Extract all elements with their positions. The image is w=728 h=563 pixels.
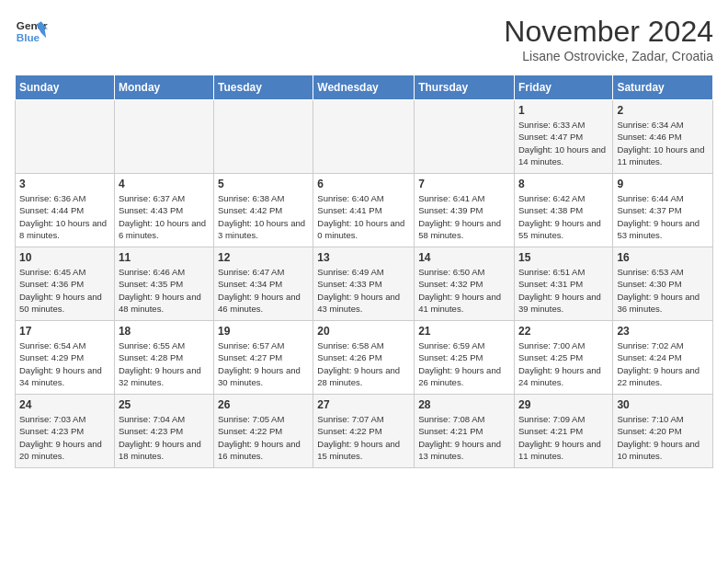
- day-info: Sunrise: 6:37 AM Sunset: 4:43 PM Dayligh…: [119, 192, 210, 241]
- weekday-header-sunday: Sunday: [16, 75, 115, 100]
- day-info: Sunrise: 6:47 AM Sunset: 4:34 PM Dayligh…: [218, 266, 309, 315]
- day-number: 3: [19, 178, 110, 190]
- day-number: 22: [518, 325, 609, 338]
- day-info: Sunrise: 7:04 AM Sunset: 4:23 PM Dayligh…: [119, 413, 210, 462]
- calendar-week-row: 24Sunrise: 7:03 AM Sunset: 4:23 PM Dayli…: [16, 395, 713, 468]
- day-number: 11: [119, 251, 210, 264]
- weekday-header-monday: Monday: [114, 75, 213, 100]
- calendar-cell: 8Sunrise: 6:42 AM Sunset: 4:38 PM Daylig…: [514, 174, 612, 247]
- day-info: Sunrise: 7:00 AM Sunset: 4:25 PM Dayligh…: [518, 339, 609, 388]
- calendar-cell: 9Sunrise: 6:44 AM Sunset: 4:37 PM Daylig…: [613, 174, 713, 247]
- weekday-header-saturday: Saturday: [613, 75, 713, 100]
- calendar-cell: 16Sunrise: 6:53 AM Sunset: 4:30 PM Dayli…: [613, 247, 713, 321]
- day-number: 24: [19, 398, 110, 411]
- calendar-cell: 12Sunrise: 6:47 AM Sunset: 4:34 PM Dayli…: [214, 247, 313, 321]
- day-info: Sunrise: 6:50 AM Sunset: 4:32 PM Dayligh…: [418, 266, 510, 315]
- day-number: 17: [19, 325, 110, 338]
- day-number: 26: [218, 398, 309, 411]
- day-number: 18: [119, 325, 210, 338]
- day-info: Sunrise: 6:36 AM Sunset: 4:44 PM Dayligh…: [19, 192, 110, 241]
- day-info: Sunrise: 7:05 AM Sunset: 4:22 PM Dayligh…: [218, 413, 309, 462]
- calendar-cell: 5Sunrise: 6:38 AM Sunset: 4:42 PM Daylig…: [214, 174, 313, 247]
- calendar-cell: 6Sunrise: 6:40 AM Sunset: 4:41 PM Daylig…: [313, 174, 415, 247]
- day-info: Sunrise: 6:42 AM Sunset: 4:38 PM Dayligh…: [518, 192, 609, 241]
- day-number: 5: [218, 178, 309, 190]
- calendar-cell: 4Sunrise: 6:37 AM Sunset: 4:43 PM Daylig…: [114, 174, 213, 247]
- day-info: Sunrise: 7:02 AM Sunset: 4:24 PM Dayligh…: [617, 339, 709, 388]
- day-info: Sunrise: 7:03 AM Sunset: 4:23 PM Dayligh…: [19, 413, 110, 462]
- day-info: Sunrise: 6:34 AM Sunset: 4:46 PM Dayligh…: [617, 119, 709, 167]
- calendar-cell: 24Sunrise: 7:03 AM Sunset: 4:23 PM Dayli…: [16, 395, 115, 468]
- logo-icon: General Blue: [15, 15, 48, 48]
- day-info: Sunrise: 6:57 AM Sunset: 4:27 PM Dayligh…: [218, 339, 309, 388]
- day-number: 13: [317, 251, 410, 264]
- day-number: 14: [418, 251, 510, 264]
- svg-text:Blue: Blue: [17, 31, 40, 43]
- day-info: Sunrise: 6:54 AM Sunset: 4:29 PM Dayligh…: [19, 339, 110, 388]
- day-number: 28: [418, 398, 510, 411]
- day-info: Sunrise: 7:09 AM Sunset: 4:21 PM Dayligh…: [518, 413, 609, 462]
- day-number: 16: [617, 251, 709, 264]
- calendar-cell: 11Sunrise: 6:46 AM Sunset: 4:35 PM Dayli…: [114, 247, 213, 321]
- calendar-cell: 7Sunrise: 6:41 AM Sunset: 4:39 PM Daylig…: [415, 174, 515, 247]
- calendar-cell: 2Sunrise: 6:34 AM Sunset: 4:46 PM Daylig…: [613, 100, 713, 174]
- day-number: 1: [518, 104, 609, 117]
- day-info: Sunrise: 6:44 AM Sunset: 4:37 PM Dayligh…: [617, 192, 709, 241]
- calendar-cell: 15Sunrise: 6:51 AM Sunset: 4:31 PM Dayli…: [514, 247, 612, 321]
- day-number: 4: [119, 178, 210, 190]
- calendar-cell: 28Sunrise: 7:08 AM Sunset: 4:21 PM Dayli…: [415, 395, 515, 468]
- calendar-cell: [313, 100, 415, 174]
- calendar-cell: 29Sunrise: 7:09 AM Sunset: 4:21 PM Dayli…: [514, 395, 612, 468]
- header: General Blue November 2024 Lisane Ostrov…: [15, 15, 713, 63]
- day-number: 7: [418, 178, 510, 190]
- day-number: 27: [317, 398, 410, 411]
- day-info: Sunrise: 6:41 AM Sunset: 4:39 PM Dayligh…: [418, 192, 510, 241]
- calendar-week-row: 1Sunrise: 6:33 AM Sunset: 4:47 PM Daylig…: [16, 100, 713, 174]
- day-info: Sunrise: 6:51 AM Sunset: 4:31 PM Dayligh…: [518, 266, 609, 315]
- day-info: Sunrise: 7:07 AM Sunset: 4:22 PM Dayligh…: [317, 413, 410, 462]
- calendar-cell: 30Sunrise: 7:10 AM Sunset: 4:20 PM Dayli…: [613, 395, 713, 468]
- logo: General Blue: [15, 15, 48, 48]
- day-info: Sunrise: 6:38 AM Sunset: 4:42 PM Dayligh…: [218, 192, 309, 241]
- calendar-cell: [16, 100, 115, 174]
- calendar-cell: 13Sunrise: 6:49 AM Sunset: 4:33 PM Dayli…: [313, 247, 415, 321]
- weekday-header-tuesday: Tuesday: [214, 75, 313, 100]
- calendar-cell: 27Sunrise: 7:07 AM Sunset: 4:22 PM Dayli…: [313, 395, 415, 468]
- calendar-cell: 22Sunrise: 7:00 AM Sunset: 4:25 PM Dayli…: [514, 321, 612, 395]
- day-info: Sunrise: 7:10 AM Sunset: 4:20 PM Dayligh…: [617, 413, 709, 462]
- day-info: Sunrise: 6:55 AM Sunset: 4:28 PM Dayligh…: [119, 339, 210, 388]
- day-info: Sunrise: 6:53 AM Sunset: 4:30 PM Dayligh…: [617, 266, 709, 315]
- calendar-cell: 25Sunrise: 7:04 AM Sunset: 4:23 PM Dayli…: [114, 395, 213, 468]
- calendar-cell: [415, 100, 515, 174]
- day-info: Sunrise: 6:58 AM Sunset: 4:26 PM Dayligh…: [317, 339, 410, 388]
- day-number: 20: [317, 325, 410, 338]
- calendar-week-row: 10Sunrise: 6:45 AM Sunset: 4:36 PM Dayli…: [16, 247, 713, 321]
- weekday-header-friday: Friday: [514, 75, 612, 100]
- day-info: Sunrise: 6:33 AM Sunset: 4:47 PM Dayligh…: [518, 119, 609, 167]
- day-number: 30: [617, 398, 709, 411]
- day-number: 12: [218, 251, 309, 264]
- calendar-cell: [114, 100, 213, 174]
- month-title: November 2024: [504, 15, 713, 49]
- calendar-cell: 21Sunrise: 6:59 AM Sunset: 4:25 PM Dayli…: [415, 321, 515, 395]
- calendar-cell: 20Sunrise: 6:58 AM Sunset: 4:26 PM Dayli…: [313, 321, 415, 395]
- day-number: 10: [19, 251, 110, 264]
- day-number: 21: [418, 325, 510, 338]
- day-number: 19: [218, 325, 309, 338]
- day-number: 15: [518, 251, 609, 264]
- day-number: 23: [617, 325, 709, 338]
- day-info: Sunrise: 7:08 AM Sunset: 4:21 PM Dayligh…: [418, 413, 510, 462]
- calendar-cell: 1Sunrise: 6:33 AM Sunset: 4:47 PM Daylig…: [514, 100, 612, 174]
- calendar-cell: [214, 100, 313, 174]
- title-area: November 2024 Lisane Ostrovicke, Zadar, …: [504, 15, 713, 63]
- day-number: 9: [617, 178, 709, 190]
- day-number: 8: [518, 178, 609, 190]
- day-number: 29: [518, 398, 609, 411]
- calendar-week-row: 3Sunrise: 6:36 AM Sunset: 4:44 PM Daylig…: [16, 174, 713, 247]
- calendar-header-row: SundayMondayTuesdayWednesdayThursdayFrid…: [16, 75, 713, 100]
- calendar-cell: 18Sunrise: 6:55 AM Sunset: 4:28 PM Dayli…: [114, 321, 213, 395]
- calendar-table: SundayMondayTuesdayWednesdayThursdayFrid…: [15, 75, 713, 468]
- calendar-cell: 26Sunrise: 7:05 AM Sunset: 4:22 PM Dayli…: [214, 395, 313, 468]
- day-number: 2: [617, 104, 709, 117]
- calendar-cell: 19Sunrise: 6:57 AM Sunset: 4:27 PM Dayli…: [214, 321, 313, 395]
